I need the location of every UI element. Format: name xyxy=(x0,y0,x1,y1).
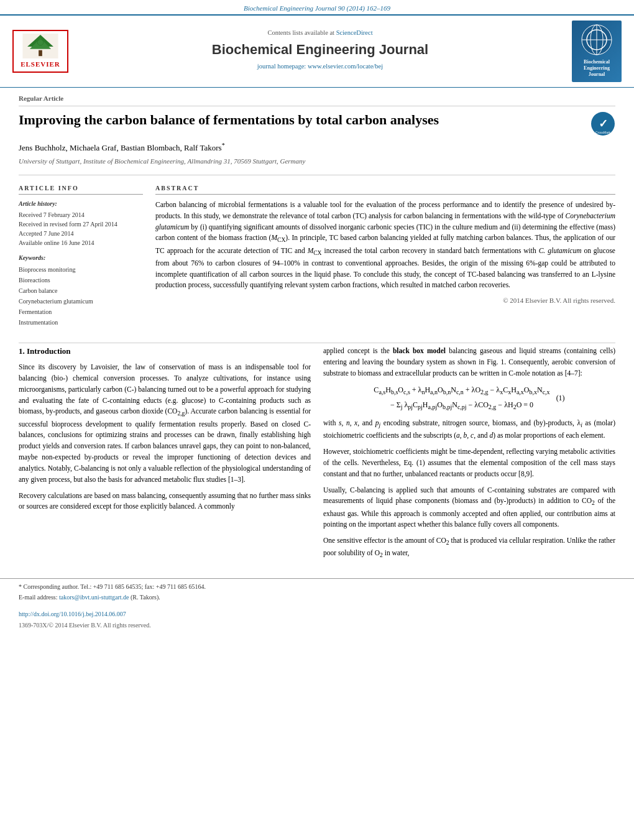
equation-block: Ca,sHb,sOc,s + λnHa,nOb,nNc,n + λO2,g − … xyxy=(323,385,615,412)
svg-rect-1 xyxy=(39,50,42,57)
affiliation-line: University of Stuttgart, Institute of Bi… xyxy=(19,157,615,166)
copyright-line: © 2014 Elsevier B.V. All rights reserved… xyxy=(155,296,615,305)
body-left-column: 1. Introduction Since its discovery by L… xyxy=(19,346,311,565)
intro-section-title: 1. Introduction xyxy=(19,346,311,357)
keyword-2: Bioreactions xyxy=(19,275,143,285)
article-history-block: Article history: Received 7 February 201… xyxy=(19,200,143,247)
right-paragraph-4: Usually, C-balancing is applied such tha… xyxy=(323,485,615,531)
elsevier-tree-icon xyxy=(22,34,59,58)
intro-paragraph-2: Recovery calculations are based on mass … xyxy=(19,491,311,513)
history-accepted: Accepted 7 June 2014 xyxy=(19,229,143,238)
svg-text:CrossMark: CrossMark xyxy=(595,131,611,134)
right-paragraph-3: However, stoichiometric coefficients mig… xyxy=(323,446,615,479)
keywords-block: Keywords: Bioprocess monitoring Bioreact… xyxy=(19,254,143,328)
journal-logo-box: BiochemicalEngineeringJournal xyxy=(572,21,622,81)
journal-logo-right: BiochemicalEngineeringJournal xyxy=(572,21,622,81)
journal-title-center: Contents lists available at ScienceDirec… xyxy=(75,29,566,73)
issn-section: 1369-703X/© 2014 Elsevier B.V. All right… xyxy=(0,621,634,636)
article-info-header: ARTICLE INFO xyxy=(19,184,143,195)
history-revised: Received in revised form 27 April 2014 xyxy=(19,219,143,229)
right-paragraph-2: with s, n, x, and pj encoding substrate,… xyxy=(323,418,615,441)
article-content: Regular Article Improving the carbon bal… xyxy=(0,88,634,340)
crossmark-badge[interactable]: ✓ CrossMark xyxy=(590,111,615,136)
article-info-column: ARTICLE INFO Article history: Received 7… xyxy=(19,184,143,328)
elsevier-brand-text: ELSEVIER xyxy=(17,60,63,69)
abstract-column: ABSTRACT Carbon balancing of microbial f… xyxy=(155,184,615,328)
history-received: Received 7 February 2014 xyxy=(19,210,143,219)
keyword-1: Bioprocess monitoring xyxy=(19,264,143,275)
keyword-5: Fermentation xyxy=(19,307,143,317)
footnote-asterisk: * Corresponding author. Tel.: +49 711 68… xyxy=(19,583,615,591)
right-paragraph-5: One sensitive effector is the amount of … xyxy=(323,535,615,560)
journal-main-title: Biochemical Engineering Journal xyxy=(75,40,566,60)
author-names: Jens Buchholz, Michaela Graf, Bastian Bl… xyxy=(19,143,222,152)
elsevier-logo: ELSEVIER xyxy=(12,30,68,73)
abstract-text: Carbon balancing of microbial fermentati… xyxy=(155,200,615,291)
doi-link[interactable]: http://dx.doi.org/10.1016/j.bej.2014.06.… xyxy=(19,611,126,617)
journal-citation: Biochemical Engineering Journal 90 (2014… xyxy=(0,0,634,14)
header-divider xyxy=(19,175,615,175)
journal-header-bar: ELSEVIER Contents lists available at Sci… xyxy=(0,14,634,87)
article-title: Improving the carbon balance of fermenta… xyxy=(19,111,439,129)
homepage-url-link[interactable]: www.elsevier.com/locate/bej xyxy=(308,63,383,70)
body-section: 1. Introduction Since its discovery by L… xyxy=(0,346,634,578)
journal-logo-icon xyxy=(581,24,612,55)
contents-line: Contents lists available at ScienceDirec… xyxy=(75,29,566,38)
keyword-4: Corynebacterium glutamicum xyxy=(19,296,143,307)
keyword-3: Carbon balance xyxy=(19,285,143,296)
author-asterisk: * xyxy=(222,142,225,149)
intro-paragraph-1: Since its discovery by Lavoisier, the la… xyxy=(19,362,311,485)
article-info-abstract-row: ARTICLE INFO Article history: Received 7… xyxy=(19,184,615,328)
history-label: Article history: xyxy=(19,200,143,208)
body-right-column: applied concept is the black box model b… xyxy=(323,346,615,565)
footnote-section: * Corresponding author. Tel.: +49 711 68… xyxy=(0,578,634,607)
history-online: Available online 16 June 2014 xyxy=(19,238,143,247)
svg-text:✓: ✓ xyxy=(599,118,608,130)
section-divider xyxy=(19,343,615,343)
email-link[interactable]: takors@ibvt.uni-stuttgart.de xyxy=(59,594,129,601)
authors-line: Jens Buchholz, Michaela Graf, Bastian Bl… xyxy=(19,141,615,154)
right-paragraph-1: applied concept is the black box model b… xyxy=(323,346,615,379)
homepage-line: journal homepage: www.elsevier.com/locat… xyxy=(75,62,566,72)
keywords-label: Keywords: xyxy=(19,254,143,262)
abstract-header: ABSTRACT xyxy=(155,184,615,195)
footnote-email: E-mail address: takors@ibvt.uni-stuttgar… xyxy=(19,593,615,602)
doi-section: http://dx.doi.org/10.1016/j.bej.2014.06.… xyxy=(0,607,634,621)
title-crossmark-row: Improving the carbon balance of fermenta… xyxy=(19,111,615,136)
sciencedirect-link[interactable]: ScienceDirect xyxy=(336,29,373,36)
keyword-6: Instrumentation xyxy=(19,317,143,328)
article-type-label: Regular Article xyxy=(19,94,615,106)
